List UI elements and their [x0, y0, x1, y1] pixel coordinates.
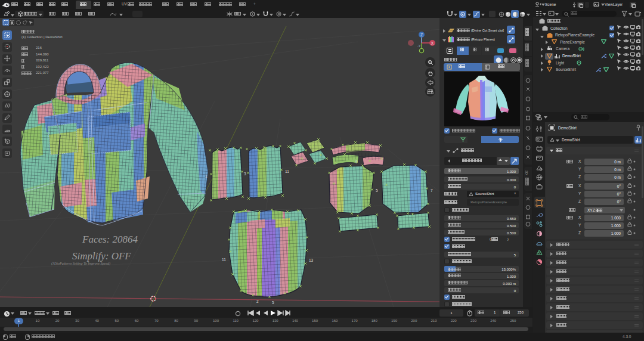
svg-text:1: 1 — [205, 174, 208, 178]
svg-text:11: 11 — [285, 169, 289, 173]
svg-text:3: 3 — [244, 172, 246, 176]
svg-text:Z: Z — [420, 33, 423, 37]
svg-text:5: 5 — [272, 300, 274, 305]
svg-text:X: X — [431, 41, 434, 45]
svg-text:5: 5 — [376, 188, 378, 193]
svg-text:13: 13 — [309, 258, 314, 262]
svg-text:2: 2 — [256, 299, 259, 303]
svg-text:9: 9 — [355, 160, 358, 164]
svg-text:7: 7 — [431, 188, 433, 193]
